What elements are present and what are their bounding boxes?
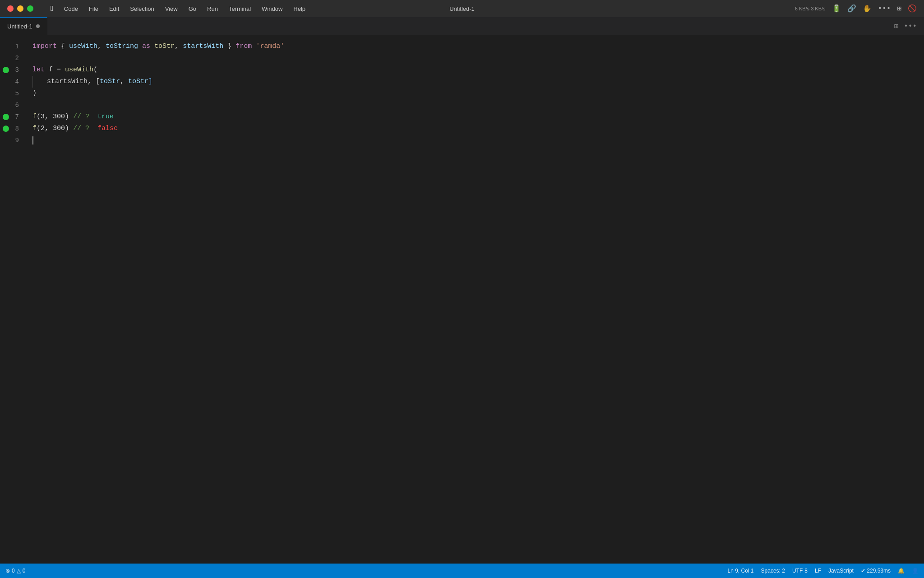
minimize-button[interactable]: [17, 5, 23, 12]
menu-bar:  Code File Edit Selection View Go Run T…: [46, 3, 310, 14]
line-number: 8: [9, 123, 23, 135]
breakpoint-indicator[interactable]: [3, 126, 9, 132]
apple-menu[interactable]: : [46, 3, 58, 14]
error-icon: ⊗: [5, 568, 10, 574]
line-number: 3: [9, 64, 23, 76]
line-number: 4: [9, 76, 23, 88]
status-right: Ln 9, Col 1 Spaces: 2 UTF-8 LF JavaScrip…: [727, 568, 919, 574]
text-cursor: [32, 136, 33, 144]
error-count: 0: [12, 568, 15, 574]
token: {: [57, 41, 69, 52]
titlebar-right: 6 KB/s 3 KB/s 🔋 🔗 ✋ ••• ⊞ 🚫: [795, 4, 917, 13]
token: as: [138, 41, 154, 52]
gutter-row: 1: [0, 41, 27, 52]
code-line: f(3, 300) // ? true: [32, 111, 919, 123]
line-number: 9: [9, 135, 23, 146]
eol[interactable]: LF: [815, 568, 821, 574]
controlcenter-icon[interactable]: ⊞: [897, 4, 901, 13]
menu-selection[interactable]: Selection: [125, 4, 158, 14]
token: [252, 41, 256, 52]
gutter-row: 5: [0, 88, 27, 99]
code-line: [32, 135, 919, 146]
warning-icon: △: [17, 568, 21, 574]
notifications-icon[interactable]: 🔔: [898, 568, 905, 574]
breakpoint-indicator[interactable]: [3, 67, 9, 73]
prohibited-icon: 🚫: [908, 4, 917, 13]
token: toStr: [154, 41, 175, 52]
battery-icon: 🔋: [832, 4, 841, 13]
timing: ✔ 229.53ms: [861, 568, 891, 574]
traffic-lights: [7, 5, 33, 12]
profile-icon[interactable]: 👤: [912, 568, 919, 574]
code-line: ): [32, 88, 919, 99]
token: ]: [148, 76, 152, 88]
warning-count: 0: [23, 568, 26, 574]
errors-indicator[interactable]: ⊗ 0 △ 0: [5, 568, 25, 574]
encoding[interactable]: UTF-8: [792, 568, 808, 574]
indentation[interactable]: Spaces: 2: [761, 568, 785, 574]
line-number: 5: [9, 88, 23, 99]
more-actions-icon[interactable]: •••: [904, 22, 917, 30]
gutter-row: 6: [0, 99, 27, 111]
editor: 123456789 import { useWith, toString as …: [0, 35, 924, 564]
link-icon: 🔗: [847, 4, 856, 13]
token: useWith: [69, 41, 97, 52]
menu-go[interactable]: Go: [184, 4, 201, 14]
token: ,: [120, 76, 128, 88]
menu-help[interactable]: Help: [289, 4, 310, 14]
breakpoint-indicator[interactable]: [3, 114, 9, 120]
line-gutter: 123456789: [0, 35, 27, 564]
menu-code[interactable]: Code: [60, 4, 83, 14]
token: // ?: [73, 111, 93, 123]
menu-file[interactable]: File: [84, 4, 103, 14]
menu-terminal[interactable]: Terminal: [224, 4, 255, 14]
cursor-position[interactable]: Ln 9, Col 1: [727, 568, 753, 574]
code-line: startsWith, [toStr, toStr]: [32, 76, 919, 88]
code-line: f(2, 300) // ? false: [32, 123, 919, 135]
menu-edit[interactable]: Edit: [105, 4, 124, 14]
language-mode[interactable]: JavaScript: [828, 568, 854, 574]
tab-label: Untitled-1: [7, 23, 32, 30]
token: let: [32, 64, 45, 76]
split-editor-icon[interactable]: ⊞: [894, 22, 899, 31]
line-number: 6: [9, 99, 23, 111]
gutter-row: 8: [0, 123, 27, 135]
token: toStr: [128, 76, 148, 88]
line-number: 2: [9, 52, 23, 64]
code-line: [32, 52, 919, 64]
token: false: [93, 123, 118, 135]
code-content[interactable]: import { useWith, toString as toStr, sta…: [27, 35, 919, 564]
dots-icon[interactable]: •••: [878, 5, 891, 13]
window-title: Untitled-1: [449, 5, 475, 12]
line-number: 7: [9, 111, 23, 123]
token: 'ramda': [256, 41, 284, 52]
token: (3, 300): [37, 111, 73, 123]
network-info: 6 KB/s 3 KB/s: [795, 5, 826, 12]
menu-run[interactable]: Run: [203, 4, 222, 14]
line-number: 1: [9, 41, 23, 52]
token: f: [32, 123, 37, 135]
token: import: [32, 41, 57, 52]
editor-tab[interactable]: Untitled-1: [0, 17, 47, 35]
close-button[interactable]: [7, 5, 14, 12]
gutter-row: 9: [0, 135, 27, 146]
token: // ?: [73, 123, 93, 135]
maximize-button[interactable]: [27, 5, 33, 12]
token: toStr: [100, 76, 120, 88]
code-line: import { useWith, toString as toStr, sta…: [32, 41, 919, 52]
token: f: [32, 111, 37, 123]
token: startsWith: [47, 76, 88, 88]
menu-view[interactable]: View: [161, 4, 182, 14]
statusbar: ⊗ 0 △ 0 Ln 9, Col 1 Spaces: 2 UTF-8 LF J…: [0, 564, 924, 578]
scrollbar[interactable]: [919, 35, 924, 564]
gutter-row: 2: [0, 52, 27, 64]
titlebar:  Code File Edit Selection View Go Run T…: [0, 0, 924, 17]
indent-guide: [32, 76, 42, 88]
token: ,: [97, 41, 106, 52]
token: f =: [45, 64, 65, 76]
token: from: [236, 41, 252, 52]
menu-window[interactable]: Window: [257, 4, 287, 14]
token: ): [32, 88, 37, 99]
token: true: [93, 111, 114, 123]
gutter-row: 7: [0, 111, 27, 123]
